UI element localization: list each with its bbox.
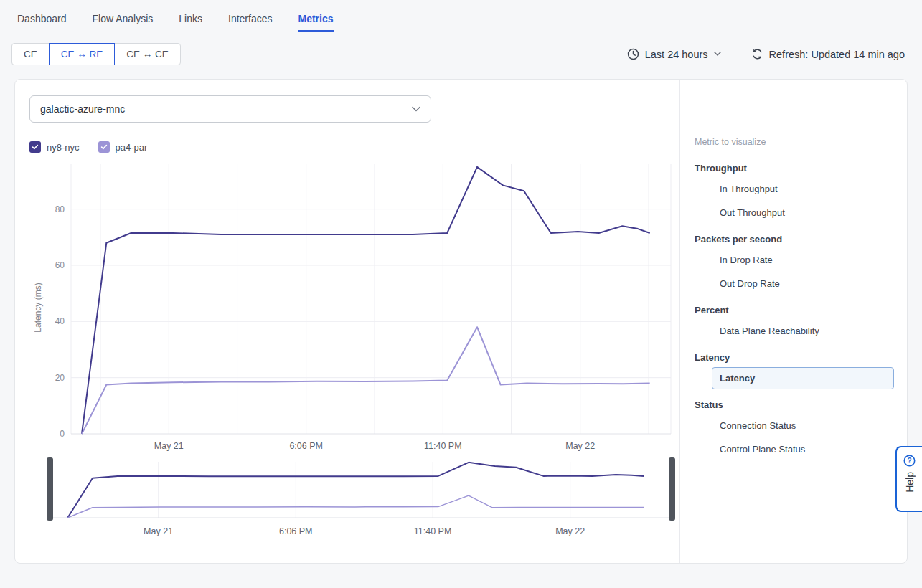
metric-group-header: Status (695, 399, 894, 410)
metric-group-header: Throughput (695, 163, 894, 174)
metric-item-out-drop-rate[interactable]: Out Drop Rate (712, 272, 894, 295)
segment-ce[interactable]: CE (11, 43, 50, 65)
connector-select[interactable]: galactic-azure-mnc (29, 95, 431, 123)
metric-group-header: Percent (695, 305, 894, 316)
legend-item-ny8-nyc[interactable]: ny8-nyc (29, 141, 80, 153)
checkbox-ny8-nyc[interactable] (29, 141, 41, 153)
metric-group-status: StatusConnection StatusControl Plane Sta… (695, 399, 894, 460)
latency-chart[interactable]: 020406080May 216:06 PM11:40 PMMay 22 (47, 158, 675, 456)
segment-ce-ce[interactable]: CE ↔ CE (114, 43, 181, 65)
metric-group-throughput: ThroughputIn ThroughputOut Throughput (695, 163, 894, 224)
legend-item-pa4-par[interactable]: pa4-par (98, 141, 148, 153)
nav-item-flow-analysis[interactable]: Flow Analysis (93, 13, 154, 32)
svg-text:20: 20 (55, 373, 65, 383)
series-pa4-par (82, 327, 650, 434)
metric-group-latency: LatencyLatency (695, 352, 894, 389)
svg-text:60: 60 (55, 260, 65, 270)
brush-container: May 216:06 PM11:40 PMMay 22 (47, 457, 679, 541)
clock-icon (627, 48, 639, 60)
brush-series-ny8-nyc (67, 463, 644, 518)
svg-text:May 21: May 21 (154, 441, 184, 451)
svg-text:6:06 PM: 6:06 PM (279, 526, 313, 536)
metric-group-percent: PercentData Plane Reachability (695, 305, 894, 342)
nav-item-metrics[interactable]: Metrics (298, 13, 333, 32)
metric-groups: ThroughputIn ThroughputOut ThroughputPac… (695, 163, 894, 460)
svg-text:May 22: May 22 (555, 526, 585, 536)
legend-label: ny8-nyc (47, 142, 80, 153)
help-icon: ? (903, 455, 916, 467)
metric-item-in-throughput[interactable]: In Throughput (712, 178, 894, 200)
legend-label: pa4-par (116, 142, 148, 153)
metric-item-in-drop-rate[interactable]: In Drop Rate (712, 249, 894, 271)
nav-item-interfaces[interactable]: Interfaces (228, 13, 272, 32)
svg-text:80: 80 (55, 204, 65, 214)
page: DashboardFlow AnalysisLinksInterfacesMet… (0, 0, 922, 564)
refresh-icon (751, 48, 763, 60)
refresh-control[interactable]: Refresh: Updated 14 min ago (751, 48, 905, 60)
nav-item-links[interactable]: Links (179, 13, 202, 32)
brush-handle-right[interactable] (669, 457, 675, 521)
time-range-label: Last 24 hours (645, 49, 708, 60)
svg-text:May 21: May 21 (144, 526, 173, 536)
toolbar: CECE ↔ RECE ↔ CE Last 24 hours (0, 32, 922, 65)
y-axis-label: Latency (ms) (29, 158, 47, 456)
toolbar-right: Last 24 hours Refresh: Updated 14 min ag… (627, 48, 905, 60)
help-tab[interactable]: ? Help (895, 446, 922, 512)
metric-item-out-throughput[interactable]: Out Throughput (712, 201, 894, 224)
chevron-down-icon (714, 52, 721, 57)
metric-sidebar-title: Metric to visualize (695, 137, 894, 147)
chart-panel: galactic-azure-mnc ny8-nycpa4-par Latenc… (15, 80, 680, 563)
metric-item-connection-status[interactable]: Connection Status (712, 414, 894, 437)
chevron-down-icon (412, 106, 420, 112)
metric-item-data-plane-reachability[interactable]: Data Plane Reachability (712, 320, 894, 342)
metric-group-packets-per-second: Packets per secondIn Drop RateOut Drop R… (695, 234, 894, 295)
svg-text:11:40 PM: 11:40 PM (414, 526, 452, 536)
help-label: Help (904, 472, 916, 493)
svg-text:May 22: May 22 (565, 441, 595, 451)
refresh-label: Refresh: Updated 14 min ago (769, 49, 905, 60)
metric-group-header: Latency (695, 352, 894, 363)
svg-text:0: 0 (60, 429, 65, 439)
series-legend: ny8-nycpa4-par (29, 141, 679, 153)
nav-item-dashboard[interactable]: Dashboard (17, 13, 67, 32)
svg-text:?: ? (907, 457, 911, 465)
latency-chart-container: Latency (ms) 020406080May 216:06 PM11:40… (29, 158, 679, 456)
brush-handle-left[interactable] (47, 457, 53, 521)
svg-text:6:06 PM: 6:06 PM (289, 441, 323, 451)
brush-series-pa4-par (67, 495, 644, 518)
metric-item-latency[interactable]: Latency (712, 367, 894, 389)
checkbox-pa4-par[interactable] (98, 141, 110, 153)
metrics-card: galactic-azure-mnc ny8-nycpa4-par Latenc… (14, 79, 908, 564)
y-axis-label-text: Latency (ms) (33, 283, 43, 332)
top-nav: DashboardFlow AnalysisLinksInterfacesMet… (0, 0, 922, 32)
metric-item-control-plane-status[interactable]: Control Plane Status (712, 438, 894, 460)
time-range-selector[interactable]: Last 24 hours (627, 48, 721, 60)
metric-sidebar: Metric to visualize ThroughputIn Through… (680, 80, 907, 563)
connection-type-segmented: CECE ↔ RECE ↔ CE (11, 43, 181, 65)
svg-text:40: 40 (55, 316, 65, 326)
svg-text:11:40 PM: 11:40 PM (424, 441, 462, 451)
segment-ce-re[interactable]: CE ↔ RE (49, 43, 116, 65)
series-ny8-nyc (82, 167, 650, 434)
metric-group-header: Packets per second (695, 234, 894, 245)
brush-chart[interactable]: May 216:06 PM11:40 PMMay 22 (47, 457, 675, 538)
connector-select-value: galactic-azure-mnc (40, 103, 125, 115)
